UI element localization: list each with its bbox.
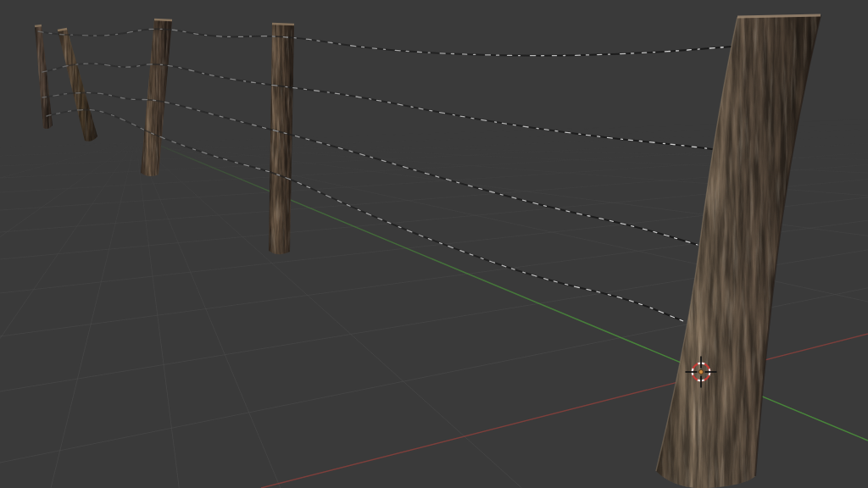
post-top-cap bbox=[35, 25, 42, 26]
blender-3d-viewport[interactable] bbox=[0, 0, 868, 488]
post-top-cap bbox=[272, 24, 294, 25]
scene-svg bbox=[0, 0, 868, 488]
bark-highlight-texture bbox=[269, 24, 294, 254]
post-top-cap bbox=[154, 19, 172, 20]
post-top-cap bbox=[737, 15, 821, 17]
object-origin-dot bbox=[698, 369, 703, 374]
fence-post-4[interactable] bbox=[269, 24, 294, 254]
